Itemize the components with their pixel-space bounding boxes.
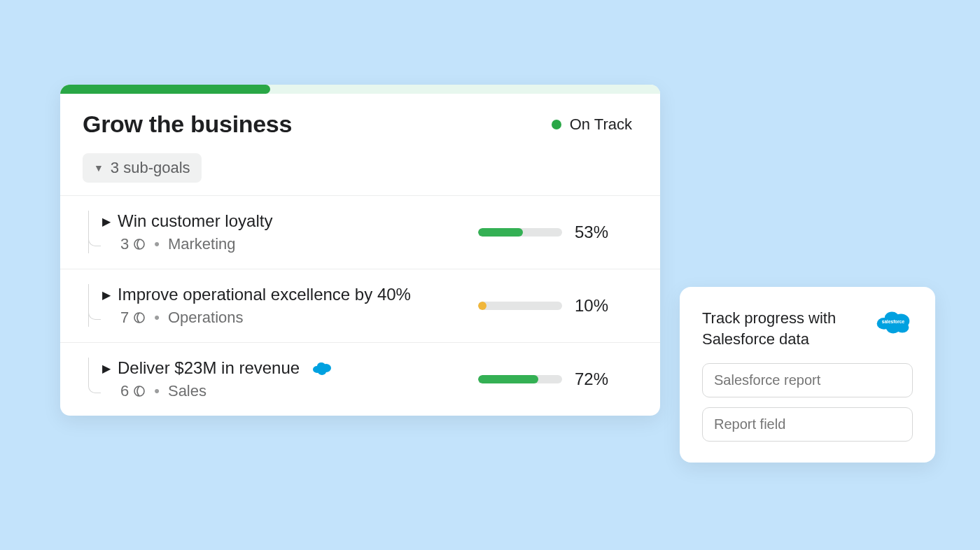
expand-right-icon[interactable]: ▶ <box>102 362 111 375</box>
tree-indent <box>60 211 102 253</box>
goal-meta: 6•Sales <box>120 382 478 400</box>
salesforce-cloud-icon <box>311 360 332 376</box>
goal-card: Grow the business On Track ▼ 3 sub-goals… <box>60 85 660 416</box>
progress-bar-track <box>478 228 562 237</box>
goal-row[interactable]: ▶Deliver $23M in revenue6•Sales72% <box>60 343 660 416</box>
goal-progress: 10% <box>478 296 632 316</box>
progress-bar-fill <box>478 302 486 310</box>
progress-percent: 72% <box>575 369 615 389</box>
dot-separator-icon: • <box>154 309 160 327</box>
goal-meta: 3•Marketing <box>120 235 478 253</box>
status-dot-icon <box>552 120 561 129</box>
progress-bar-track <box>478 302 562 310</box>
svg-point-3 <box>318 368 326 375</box>
goal-row[interactable]: ▶Improve operational excellence by 40%7•… <box>60 269 660 343</box>
goal-info: ▶Win customer loyalty3•Marketing <box>102 211 478 253</box>
goal-info: ▶Improve operational excellence by 40%7•… <box>102 285 478 327</box>
goal-row[interactable]: ▶Win customer loyalty3•Marketing53% <box>60 196 660 269</box>
subgoal-count: 3 <box>120 235 146 253</box>
salesforce-logo-icon: salesforce <box>874 308 913 336</box>
goal-list: ▶Win customer loyalty3•Marketing53%▶Impr… <box>60 195 660 416</box>
subgoal-count: 7 <box>120 309 146 327</box>
goal-meta: 7•Operations <box>120 309 478 327</box>
status-label: On Track <box>570 115 632 134</box>
tree-indent <box>60 285 102 327</box>
expand-right-icon[interactable]: ▶ <box>102 288 111 302</box>
progress-bar-fill <box>478 228 523 237</box>
progress-bar-track <box>478 375 562 383</box>
goal-department: Sales <box>168 382 206 400</box>
goal-department: Marketing <box>168 235 236 253</box>
subgoal-count: 6 <box>120 382 146 400</box>
progress-bar-fill <box>478 375 538 383</box>
card-progress-track <box>60 85 660 94</box>
card-progress-fill <box>60 85 270 94</box>
goal-department: Operations <box>168 309 244 327</box>
dot-separator-icon: • <box>154 235 160 253</box>
panel-title: Track progress with Salesforce data <box>702 308 856 349</box>
card-title: Grow the business <box>83 111 292 138</box>
progress-percent: 10% <box>575 296 615 316</box>
goal-blob-icon <box>133 385 146 397</box>
card-header: Grow the business On Track ▼ 3 sub-goals <box>60 94 660 195</box>
salesforce-report-input[interactable] <box>702 363 913 397</box>
goal-blob-icon <box>133 311 146 324</box>
subgoals-label: 3 sub-goals <box>111 159 190 177</box>
expand-right-icon[interactable]: ▶ <box>102 215 111 228</box>
progress-percent: 53% <box>575 223 615 242</box>
subgoals-toggle[interactable]: ▼ 3 sub-goals <box>83 153 202 183</box>
goal-progress: 72% <box>478 369 632 389</box>
caret-down-icon: ▼ <box>94 162 104 174</box>
goal-title: Improve operational excellence by 40% <box>118 285 411 304</box>
report-field-input[interactable] <box>702 407 913 442</box>
dot-separator-icon: • <box>154 382 160 400</box>
goal-blob-icon <box>133 238 146 251</box>
tree-indent <box>60 358 102 400</box>
goal-info: ▶Deliver $23M in revenue6•Sales <box>102 358 478 400</box>
status-badge: On Track <box>552 115 632 134</box>
salesforce-panel: Track progress with Salesforce data sale… <box>680 287 935 463</box>
svg-text:salesforce: salesforce <box>882 319 905 324</box>
goal-title: Win customer loyalty <box>118 211 272 231</box>
goal-progress: 53% <box>478 223 632 242</box>
goal-title: Deliver $23M in revenue <box>118 358 300 378</box>
